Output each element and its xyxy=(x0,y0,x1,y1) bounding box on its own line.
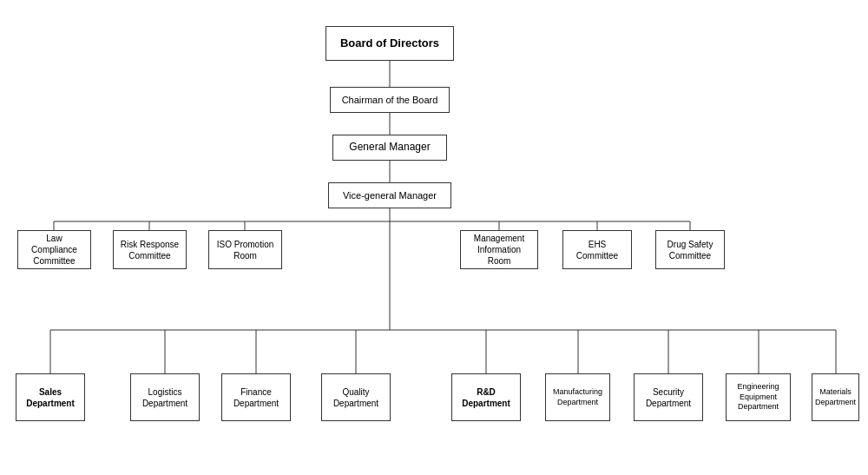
manufacturing-department-box: Manufacturing Department xyxy=(545,373,610,421)
quality-department-box: Quality Department xyxy=(321,373,391,421)
ehs-committee-box: EHS Committee xyxy=(562,230,632,269)
iso-promotion-box: ISO Promotion Room xyxy=(208,230,282,269)
drug-safety-box: Drug Safety Committee xyxy=(655,230,725,269)
general-manager-box: General Manager xyxy=(332,135,447,161)
org-chart: Board of Directors Chairman of the Board… xyxy=(0,0,868,475)
materials-department-box: Materials Department xyxy=(812,373,859,421)
risk-response-box: Risk Response Committee xyxy=(113,230,187,269)
sales-department-box: Sales Department xyxy=(16,373,85,421)
security-department-box: Security Department xyxy=(634,373,703,421)
finance-department-box: Finance Department xyxy=(221,373,291,421)
vice-general-manager-box: Vice-general Manager xyxy=(328,182,451,208)
rd-department-box: R&D Department xyxy=(451,373,521,421)
law-compliance-box: Law Compliance Committee xyxy=(17,230,91,269)
management-info-box: Management Information Room xyxy=(460,230,538,269)
engineering-department-box: Engineering Equipment Department xyxy=(726,373,791,421)
chairman-box: Chairman of the Board xyxy=(330,87,450,113)
logistics-department-box: Logistics Department xyxy=(130,373,200,421)
board-of-directors-box: Board of Directors xyxy=(326,26,454,61)
